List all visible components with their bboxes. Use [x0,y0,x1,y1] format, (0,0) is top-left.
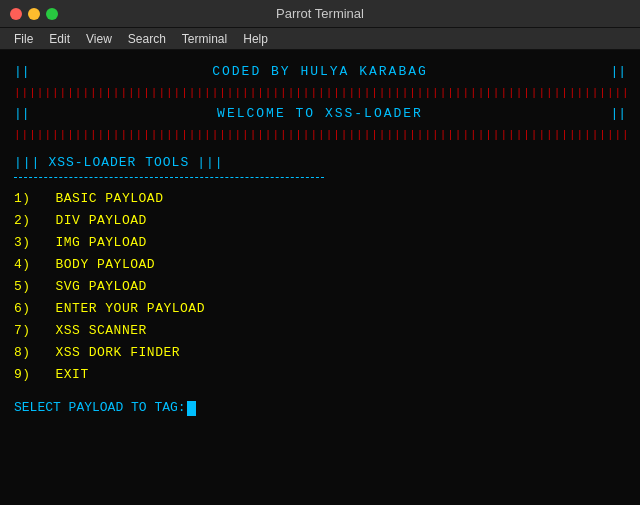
maximize-button[interactable] [46,8,58,20]
traffic-lights [0,8,58,20]
tools-pipes-left: ||| [14,153,40,173]
item-label: IMG PAYLOAD [56,235,147,250]
tools-pipes-right: ||| [197,153,223,173]
menu-edit[interactable]: Edit [43,30,76,48]
menu-search[interactable]: Search [122,30,172,48]
menubar: File Edit View Search Terminal Help [0,28,640,50]
item-num: 6) [14,301,31,316]
list-item[interactable]: 1) BASIC PAYLOAD [14,188,626,210]
item-label: SVG PAYLOAD [56,279,147,294]
welcome-text: WELCOME TO XSS-LOADER [30,104,611,124]
item-num: 3) [14,235,31,250]
pipes-right-1: || [610,62,626,82]
menu-help[interactable]: Help [237,30,274,48]
item-label: EXIT [56,367,89,382]
red-bars-2: ||||||||||||||||||||||||||||||||||||||||… [14,127,626,144]
red-bar-text-1: ||||||||||||||||||||||||||||||||||||||||… [14,87,626,99]
tools-label: XSS-LOADER TOOLS [48,153,189,173]
menu-file[interactable]: File [8,30,39,48]
red-bar-text-2: ||||||||||||||||||||||||||||||||||||||||… [14,129,626,141]
list-item[interactable]: 7) XSS SCANNER [14,320,626,342]
item-label: DIV PAYLOAD [56,213,147,228]
terminal-content: || CODED BY HULYA KARABAG || |||||||||||… [0,50,640,505]
item-num: 8) [14,345,31,360]
cursor [187,401,196,416]
item-num: 7) [14,323,31,338]
item-label: BASIC PAYLOAD [56,191,164,206]
item-num: 4) [14,257,31,272]
payload-menu: 1) BASIC PAYLOAD 2) DIV PAYLOAD 3) IMG P… [14,188,626,387]
red-bars-1: ||||||||||||||||||||||||||||||||||||||||… [14,85,626,102]
item-label: XSS DORK FINDER [56,345,181,360]
coded-by-text: CODED BY HULYA KARABAG [30,62,611,82]
prompt-text: SELECT PAYLOAD TO TAG: [14,398,186,418]
list-item[interactable]: 4) BODY PAYLOAD [14,254,626,276]
tools-header: ||| XSS-LOADER TOOLS ||| [14,153,626,173]
item-num: 1) [14,191,31,206]
prompt-line[interactable]: SELECT PAYLOAD TO TAG: [14,398,626,418]
item-num: 2) [14,213,31,228]
titlebar: Parrot Terminal [0,0,640,28]
minimize-button[interactable] [28,8,40,20]
close-button[interactable] [10,8,22,20]
item-label: BODY PAYLOAD [56,257,156,272]
list-item[interactable]: 2) DIV PAYLOAD [14,210,626,232]
item-num: 9) [14,367,31,382]
list-item[interactable]: 3) IMG PAYLOAD [14,232,626,254]
menu-view[interactable]: View [80,30,118,48]
menu-terminal[interactable]: Terminal [176,30,233,48]
pipes-left-2: || [14,104,30,124]
list-item[interactable]: 9) EXIT [14,364,626,386]
item-label: XSS SCANNER [56,323,147,338]
pipes-left-1: || [14,62,30,82]
list-item[interactable]: 6) ENTER YOUR PAYLOAD [14,298,626,320]
window-title: Parrot Terminal [276,6,364,21]
item-label: ENTER YOUR PAYLOAD [56,301,205,316]
pipes-right-2: || [610,104,626,124]
list-item[interactable]: 5) SVG PAYLOAD [14,276,626,298]
item-num: 5) [14,279,31,294]
welcome-line: || WELCOME TO XSS-LOADER || [14,104,626,124]
dashed-separator [14,177,324,178]
list-item[interactable]: 8) XSS DORK FINDER [14,342,626,364]
coded-by-line: || CODED BY HULYA KARABAG || [14,62,626,82]
